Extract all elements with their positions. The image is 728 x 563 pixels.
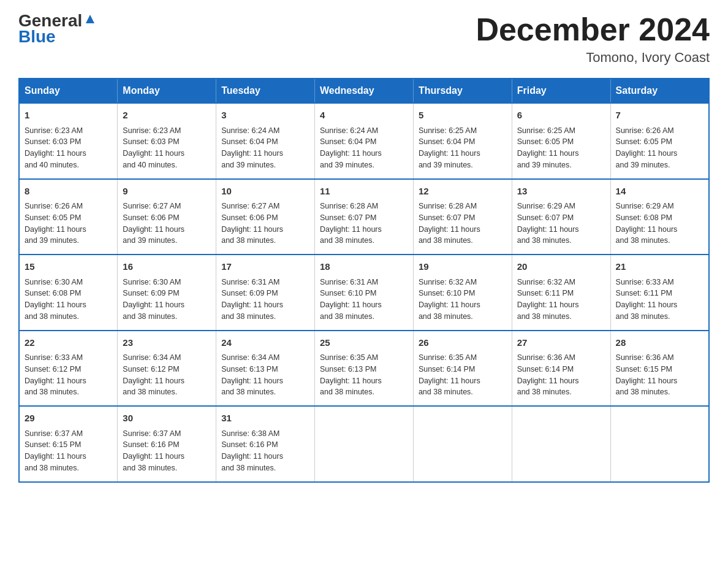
day-info: Sunrise: 6:27 AM Sunset: 6:06 PM Dayligh… (123, 201, 211, 247)
day-number: 13 (517, 185, 605, 199)
weekday-header-sunday: Sunday (19, 79, 118, 103)
day-info: Sunrise: 6:28 AM Sunset: 6:07 PM Dayligh… (320, 201, 408, 247)
day-number: 19 (419, 260, 507, 274)
calendar-cell: 14Sunrise: 6:29 AM Sunset: 6:08 PM Dayli… (610, 179, 709, 255)
calendar-cell: 12Sunrise: 6:28 AM Sunset: 6:07 PM Dayli… (413, 179, 512, 255)
day-number: 17 (221, 260, 309, 274)
calendar-cell: 1Sunrise: 6:23 AM Sunset: 6:03 PM Daylig… (19, 103, 118, 179)
day-number: 22 (25, 336, 112, 350)
day-number: 21 (616, 260, 703, 274)
day-number: 29 (25, 412, 112, 426)
day-number: 12 (419, 185, 507, 199)
day-info: Sunrise: 6:28 AM Sunset: 6:07 PM Dayligh… (419, 201, 507, 247)
calendar-cell: 27Sunrise: 6:36 AM Sunset: 6:14 PM Dayli… (512, 331, 610, 407)
day-info: Sunrise: 6:29 AM Sunset: 6:08 PM Dayligh… (616, 201, 703, 247)
month-title: December 2024 (476, 12, 710, 47)
calendar-cell: 24Sunrise: 6:34 AM Sunset: 6:13 PM Dayli… (216, 331, 315, 407)
calendar-cell (610, 406, 709, 482)
calendar-cell: 31Sunrise: 6:38 AM Sunset: 6:16 PM Dayli… (216, 406, 315, 482)
day-number: 24 (221, 336, 309, 350)
weekday-header-wednesday: Wednesday (315, 79, 414, 103)
day-info: Sunrise: 6:36 AM Sunset: 6:15 PM Dayligh… (616, 352, 703, 398)
day-number: 10 (221, 185, 309, 199)
day-number: 31 (221, 412, 309, 426)
day-number: 23 (123, 336, 211, 350)
day-number: 28 (616, 336, 703, 350)
calendar-cell (315, 406, 414, 482)
calendar-cell: 23Sunrise: 6:34 AM Sunset: 6:12 PM Dayli… (118, 331, 216, 407)
day-info: Sunrise: 6:33 AM Sunset: 6:12 PM Dayligh… (25, 352, 112, 398)
calendar-header-row: SundayMondayTuesdayWednesdayThursdayFrid… (19, 79, 709, 103)
calendar-cell: 25Sunrise: 6:35 AM Sunset: 6:13 PM Dayli… (315, 331, 414, 407)
calendar-cell: 26Sunrise: 6:35 AM Sunset: 6:14 PM Dayli… (413, 331, 512, 407)
calendar-cell: 9Sunrise: 6:27 AM Sunset: 6:06 PM Daylig… (118, 179, 216, 255)
calendar-cell: 8Sunrise: 6:26 AM Sunset: 6:05 PM Daylig… (19, 179, 118, 255)
day-info: Sunrise: 6:31 AM Sunset: 6:09 PM Dayligh… (221, 277, 309, 323)
calendar-cell: 4Sunrise: 6:24 AM Sunset: 6:04 PM Daylig… (315, 103, 414, 179)
calendar-cell: 29Sunrise: 6:37 AM Sunset: 6:15 PM Dayli… (19, 406, 118, 482)
calendar-cell: 30Sunrise: 6:37 AM Sunset: 6:16 PM Dayli… (118, 406, 216, 482)
day-info: Sunrise: 6:31 AM Sunset: 6:10 PM Dayligh… (320, 277, 408, 323)
day-number: 18 (320, 260, 408, 274)
calendar-cell: 20Sunrise: 6:32 AM Sunset: 6:11 PM Dayli… (512, 255, 610, 331)
page-header: General Blue December 2024 Tomono, Ivory… (18, 12, 710, 66)
day-number: 4 (320, 109, 408, 123)
weekday-header-tuesday: Tuesday (216, 79, 315, 103)
day-info: Sunrise: 6:32 AM Sunset: 6:11 PM Dayligh… (517, 277, 605, 323)
day-number: 5 (419, 109, 507, 123)
day-info: Sunrise: 6:27 AM Sunset: 6:06 PM Dayligh… (221, 201, 309, 247)
day-number: 2 (123, 109, 211, 123)
day-number: 1 (25, 109, 112, 123)
calendar-week-row: 22Sunrise: 6:33 AM Sunset: 6:12 PM Dayli… (19, 331, 709, 407)
calendar-cell: 22Sunrise: 6:33 AM Sunset: 6:12 PM Dayli… (19, 331, 118, 407)
calendar-cell: 5Sunrise: 6:25 AM Sunset: 6:04 PM Daylig… (413, 103, 512, 179)
calendar-cell: 19Sunrise: 6:32 AM Sunset: 6:10 PM Dayli… (413, 255, 512, 331)
day-info: Sunrise: 6:23 AM Sunset: 6:03 PM Dayligh… (123, 125, 211, 171)
day-number: 11 (320, 185, 408, 199)
logo: General Blue (18, 12, 97, 47)
day-info: Sunrise: 6:25 AM Sunset: 6:04 PM Dayligh… (419, 125, 507, 171)
day-number: 26 (419, 336, 507, 350)
day-number: 9 (123, 185, 211, 199)
calendar-week-row: 1Sunrise: 6:23 AM Sunset: 6:03 PM Daylig… (19, 103, 709, 179)
day-info: Sunrise: 6:37 AM Sunset: 6:16 PM Dayligh… (123, 428, 211, 474)
day-info: Sunrise: 6:23 AM Sunset: 6:03 PM Dayligh… (25, 125, 112, 171)
day-info: Sunrise: 6:35 AM Sunset: 6:14 PM Dayligh… (419, 352, 507, 398)
calendar-week-row: 29Sunrise: 6:37 AM Sunset: 6:15 PM Dayli… (19, 406, 709, 482)
calendar-cell: 15Sunrise: 6:30 AM Sunset: 6:08 PM Dayli… (19, 255, 118, 331)
calendar-cell: 21Sunrise: 6:33 AM Sunset: 6:11 PM Dayli… (610, 255, 709, 331)
calendar-cell: 11Sunrise: 6:28 AM Sunset: 6:07 PM Dayli… (315, 179, 414, 255)
logo-text-blue: Blue (18, 27, 56, 47)
title-block: December 2024 Tomono, Ivory Coast (476, 12, 710, 66)
svg-marker-0 (86, 15, 94, 23)
day-info: Sunrise: 6:35 AM Sunset: 6:13 PM Dayligh… (320, 352, 408, 398)
day-info: Sunrise: 6:38 AM Sunset: 6:16 PM Dayligh… (221, 428, 309, 474)
day-info: Sunrise: 6:32 AM Sunset: 6:10 PM Dayligh… (419, 277, 507, 323)
day-number: 20 (517, 260, 605, 274)
day-number: 14 (616, 185, 703, 199)
day-number: 6 (517, 109, 605, 123)
calendar-cell: 13Sunrise: 6:29 AM Sunset: 6:07 PM Dayli… (512, 179, 610, 255)
day-info: Sunrise: 6:24 AM Sunset: 6:04 PM Dayligh… (221, 125, 309, 171)
day-number: 15 (25, 260, 112, 274)
day-number: 25 (320, 336, 408, 350)
calendar-cell: 7Sunrise: 6:26 AM Sunset: 6:05 PM Daylig… (610, 103, 709, 179)
day-info: Sunrise: 6:36 AM Sunset: 6:14 PM Dayligh… (517, 352, 605, 398)
calendar-cell: 17Sunrise: 6:31 AM Sunset: 6:09 PM Dayli… (216, 255, 315, 331)
day-info: Sunrise: 6:26 AM Sunset: 6:05 PM Dayligh… (25, 201, 112, 247)
day-info: Sunrise: 6:33 AM Sunset: 6:11 PM Dayligh… (616, 277, 703, 323)
calendar-cell (512, 406, 610, 482)
calendar-week-row: 15Sunrise: 6:30 AM Sunset: 6:08 PM Dayli… (19, 255, 709, 331)
location: Tomono, Ivory Coast (476, 50, 710, 66)
calendar-cell: 18Sunrise: 6:31 AM Sunset: 6:10 PM Dayli… (315, 255, 414, 331)
day-info: Sunrise: 6:26 AM Sunset: 6:05 PM Dayligh… (616, 125, 703, 171)
day-info: Sunrise: 6:37 AM Sunset: 6:15 PM Dayligh… (25, 428, 112, 474)
calendar-cell: 6Sunrise: 6:25 AM Sunset: 6:05 PM Daylig… (512, 103, 610, 179)
calendar-table: SundayMondayTuesdayWednesdayThursdayFrid… (18, 78, 710, 483)
calendar-week-row: 8Sunrise: 6:26 AM Sunset: 6:05 PM Daylig… (19, 179, 709, 255)
calendar-cell: 28Sunrise: 6:36 AM Sunset: 6:15 PM Dayli… (610, 331, 709, 407)
calendar-cell: 10Sunrise: 6:27 AM Sunset: 6:06 PM Dayli… (216, 179, 315, 255)
weekday-header-friday: Friday (512, 79, 610, 103)
calendar-cell: 3Sunrise: 6:24 AM Sunset: 6:04 PM Daylig… (216, 103, 315, 179)
day-number: 30 (123, 412, 211, 426)
